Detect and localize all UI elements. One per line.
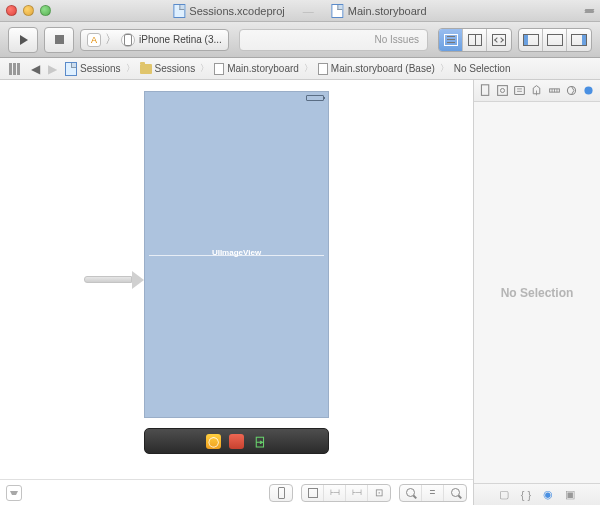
zoom-segmented: = bbox=[399, 484, 467, 502]
view-controller-scene[interactable]: UIImageView bbox=[144, 91, 329, 418]
zoom-in-icon bbox=[451, 488, 460, 497]
jump-label: Sessions bbox=[155, 63, 196, 74]
identity-inspector-tab[interactable] bbox=[513, 84, 527, 98]
equals-icon: = bbox=[430, 487, 436, 498]
inspector-panel: No Selection ▢ { } ◉ ▣ bbox=[473, 80, 600, 505]
align-icon bbox=[308, 488, 318, 498]
jump-selection[interactable]: No Selection bbox=[451, 63, 514, 74]
minimize-window-button[interactable] bbox=[23, 5, 34, 16]
jump-bar: ◀ ▶ Sessions 〉 Sessions 〉 Main.storyboar… bbox=[0, 58, 600, 80]
device-icon bbox=[121, 33, 135, 47]
forward-button[interactable]: ▶ bbox=[45, 62, 60, 76]
toolbar: A 〉 iPhone Retina (3... No Issues bbox=[0, 22, 600, 58]
canvas-bottom-bar: ⊦⊣ ⊦⊣ ⊡ = bbox=[0, 479, 473, 505]
connections-inspector-tab[interactable] bbox=[564, 84, 578, 98]
align-button[interactable] bbox=[302, 485, 324, 501]
toggle-navigator-button[interactable] bbox=[519, 29, 543, 51]
interface-builder-canvas: UIImageView ◯ ⍈ ⊦⊣ ⊦⊣ ⊡ bbox=[0, 80, 473, 505]
fullscreen-button[interactable] bbox=[585, 9, 594, 13]
chevron-icon: 〉 bbox=[304, 62, 313, 75]
assistant-editor-button[interactable] bbox=[463, 29, 487, 51]
pin-button[interactable]: ⊦⊣ bbox=[324, 485, 346, 501]
zoom-out-button[interactable] bbox=[400, 485, 422, 501]
assistant-editor-icon bbox=[468, 34, 482, 46]
back-button[interactable]: ◀ bbox=[28, 62, 43, 76]
version-editor-button[interactable] bbox=[487, 29, 511, 51]
phone-icon bbox=[278, 487, 285, 499]
size-inspector-tab[interactable] bbox=[547, 84, 561, 98]
jump-project[interactable]: Sessions bbox=[62, 62, 124, 76]
zoom-actual-button[interactable]: = bbox=[422, 485, 444, 501]
zoom-window-button[interactable] bbox=[40, 5, 51, 16]
view-controller-dock-icon[interactable]: ◯ bbox=[206, 434, 221, 449]
run-button[interactable] bbox=[8, 27, 38, 53]
chevron-right-icon: 〉 bbox=[105, 31, 117, 48]
jump-label: Main.storyboard (Base) bbox=[331, 63, 435, 74]
exit-dock-icon[interactable]: ⍈ bbox=[252, 434, 267, 449]
jump-file[interactable]: Main.storyboard bbox=[211, 63, 302, 75]
apply-retina-form-button[interactable] bbox=[270, 485, 292, 501]
svg-point-12 bbox=[584, 86, 592, 94]
zoom-in-button[interactable] bbox=[444, 485, 466, 501]
first-responder-dock-icon[interactable] bbox=[229, 434, 244, 449]
code-snippet-library-tab[interactable]: { } bbox=[521, 489, 531, 501]
jump-file-base[interactable]: Main.storyboard (Base) bbox=[315, 63, 438, 75]
resolve-icon: ⊦⊣ bbox=[352, 488, 361, 497]
svg-point-2 bbox=[501, 88, 505, 92]
play-icon bbox=[20, 35, 28, 45]
title-tab-label: Sessions.xcodeproj bbox=[189, 5, 284, 17]
toggle-debug-area-button[interactable] bbox=[543, 29, 567, 51]
pin-icon: ⊦⊣ bbox=[330, 488, 339, 497]
canvas-scroll-area[interactable]: UIImageView ◯ ⍈ bbox=[0, 80, 473, 479]
object-library-tab[interactable]: ◉ bbox=[543, 488, 553, 501]
form-factor-segmented bbox=[269, 484, 293, 502]
project-icon bbox=[173, 4, 185, 18]
version-editor-icon bbox=[492, 34, 506, 46]
close-window-button[interactable] bbox=[6, 5, 17, 16]
media-library-tab[interactable]: ▣ bbox=[565, 488, 575, 501]
related-items-button[interactable] bbox=[6, 63, 26, 75]
app-icon: A bbox=[87, 33, 101, 47]
navigator-pane-icon bbox=[523, 34, 539, 46]
title-tab-label: Main.storyboard bbox=[348, 5, 427, 17]
standard-editor-button[interactable] bbox=[439, 29, 463, 51]
resizing-button[interactable]: ⊡ bbox=[368, 485, 390, 501]
stop-icon bbox=[55, 35, 64, 44]
svg-rect-3 bbox=[515, 86, 525, 94]
svg-rect-1 bbox=[498, 86, 508, 96]
chevron-icon: 〉 bbox=[440, 62, 449, 75]
inspector-empty-label: No Selection bbox=[501, 286, 574, 300]
resolve-issues-button[interactable]: ⊦⊣ bbox=[346, 485, 368, 501]
title-tab-file[interactable]: Main.storyboard bbox=[332, 4, 427, 18]
layout-controls-segmented: ⊦⊣ ⊦⊣ ⊡ bbox=[301, 484, 391, 502]
stop-button[interactable] bbox=[44, 27, 74, 53]
last-inspector-tab[interactable] bbox=[581, 84, 595, 98]
jump-label: No Selection bbox=[454, 63, 511, 74]
inspector-tabs bbox=[474, 80, 600, 102]
jump-label: Sessions bbox=[80, 63, 121, 74]
scene-dock: ◯ ⍈ bbox=[144, 428, 329, 454]
file-inspector-tab[interactable] bbox=[479, 84, 493, 98]
attributes-inspector-tab[interactable] bbox=[530, 84, 544, 98]
title-tab-project[interactable]: Sessions.xcodeproj bbox=[173, 4, 284, 18]
resizing-icon: ⊡ bbox=[375, 487, 383, 498]
scheme-selector[interactable]: A 〉 iPhone Retina (3... bbox=[80, 29, 229, 51]
initial-view-controller-arrow[interactable] bbox=[84, 271, 144, 289]
expand-icon bbox=[10, 491, 18, 495]
view-panes-segmented bbox=[518, 28, 592, 52]
toggle-utilities-button[interactable] bbox=[567, 29, 591, 51]
scheme-device-label: iPhone Retina (3... bbox=[139, 34, 222, 45]
chevron-icon: 〉 bbox=[200, 62, 209, 75]
editor-mode-segmented bbox=[438, 28, 512, 52]
document-outline-toggle[interactable] bbox=[6, 485, 22, 501]
file-template-library-tab[interactable]: ▢ bbox=[499, 488, 509, 501]
window-titlebar: Sessions.xcodeproj — Main.storyboard bbox=[0, 0, 600, 22]
storyboard-icon bbox=[318, 63, 328, 75]
jump-label: Main.storyboard bbox=[227, 63, 299, 74]
quick-help-inspector-tab[interactable] bbox=[496, 84, 510, 98]
library-tabs: ▢ { } ◉ ▣ bbox=[474, 483, 600, 505]
svg-rect-0 bbox=[482, 85, 489, 96]
jump-folder[interactable]: Sessions bbox=[137, 63, 199, 74]
status-bar-battery-icon bbox=[306, 95, 324, 101]
title-tabs: Sessions.xcodeproj — Main.storyboard bbox=[173, 4, 426, 18]
